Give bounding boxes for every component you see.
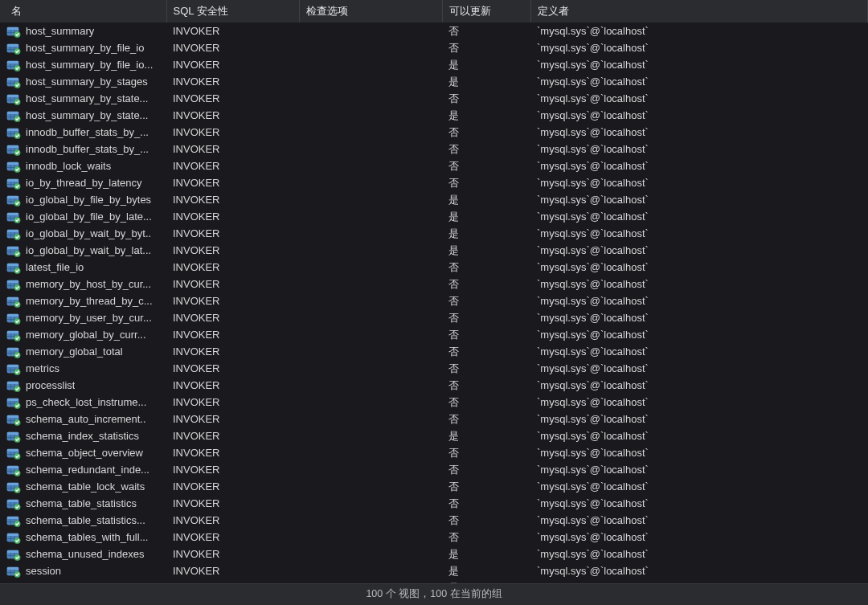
cell-name[interactable]: schema_redundant_inde...: [0, 461, 166, 478]
column-header-name[interactable]: 名: [0, 0, 166, 22]
table-row[interactable]: host_summary_by_state...INVOKER否`mysql.s…: [0, 90, 868, 107]
table-row[interactable]: host_summary_by_state...INVOKER是`mysql.s…: [0, 107, 868, 124]
cell-name[interactable]: io_global_by_file_by_bytes: [0, 191, 166, 208]
cell-name[interactable]: memory_global_by_curr...: [0, 326, 166, 343]
cell-sql-security: INVOKER: [166, 90, 299, 107]
cell-check-option: [299, 292, 442, 309]
view-name-label: host_summary: [26, 25, 94, 37]
cell-sql-security: INVOKER: [166, 461, 299, 478]
cell-name[interactable]: innodb_buffer_stats_by_...: [0, 141, 166, 157]
table-row[interactable]: schema_table_statisticsINVOKER否`mysql.sy…: [0, 495, 868, 512]
table-row[interactable]: io_global_by_file_by_late...INVOKER是`mys…: [0, 208, 868, 225]
cell-name[interactable]: io_global_by_file_by_late...: [0, 208, 166, 225]
table-row[interactable]: schema_object_overviewINVOKER否`mysql.sys…: [0, 444, 868, 461]
cell-name[interactable]: io_by_thread_by_latency: [0, 174, 166, 191]
cell-check-option: [299, 107, 442, 124]
cell-name[interactable]: latest_file_io: [0, 259, 166, 276]
table-row[interactable]: schema_redundant_inde...INVOKER否`mysql.s…: [0, 461, 868, 478]
cell-name[interactable]: host_summary_by_file_io...: [0, 56, 166, 73]
table-row[interactable]: ps_check_lost_instrume...INVOKER否`mysql.…: [0, 394, 868, 411]
svg-rect-103: [7, 314, 18, 317]
cell-name[interactable]: schema_table_statistics...: [0, 512, 166, 529]
cell-name[interactable]: host_summary_by_stages: [0, 73, 166, 90]
cell-name[interactable]: session: [0, 562, 166, 579]
cell-name[interactable]: io_global_by_wait_by_lat...: [0, 242, 166, 259]
cell-name[interactable]: memory_by_user_by_cur...: [0, 309, 166, 326]
table-row[interactable]: memory_global_totalINVOKER否`mysql.sys`@`…: [0, 343, 868, 360]
table-row[interactable]: host_summary_by_file_ioINVOKER否`mysql.sy…: [0, 39, 868, 56]
cell-name[interactable]: innodb_lock_waits: [0, 157, 166, 174]
table-row[interactable]: io_global_by_wait_by_byt..INVOKER是`mysql…: [0, 225, 868, 242]
cell-name[interactable]: schema_tables_with_full...: [0, 529, 166, 546]
cell-definer: `mysql.sys`@`localhost`: [530, 411, 868, 427]
table-row[interactable]: innodb_buffer_stats_by_...INVOKER否`mysql…: [0, 141, 868, 157]
table-row[interactable]: schema_unused_indexesINVOKER是`mysql.sys`…: [0, 546, 868, 562]
view-icon: [6, 497, 21, 510]
view-name-label: metrics: [26, 362, 59, 374]
svg-rect-31: [7, 112, 18, 114]
table-row[interactable]: schema_index_statisticsINVOKER是`mysql.sy…: [0, 427, 868, 444]
table-row[interactable]: memory_by_thread_by_c...INVOKER否`mysql.s…: [0, 292, 868, 309]
table-row[interactable]: innodb_buffer_stats_by_...INVOKER否`mysql…: [0, 124, 868, 141]
table-row[interactable]: metricsINVOKER否`mysql.sys`@`localhost`: [0, 360, 868, 377]
table-row[interactable]: io_global_by_file_by_bytesINVOKER是`mysql…: [0, 191, 868, 208]
view-icon: [6, 261, 21, 274]
cell-name[interactable]: schema_auto_increment..: [0, 411, 166, 427]
cell-name[interactable]: memory_by_thread_by_c...: [0, 292, 166, 309]
cell-definer: `mysql.sys`@`localhost`: [530, 444, 868, 461]
view-icon: [6, 430, 21, 443]
table-row[interactable]: host_summary_by_stagesINVOKER是`mysql.sys…: [0, 73, 868, 90]
table-row[interactable]: schema_table_statistics...INVOKER否`mysql…: [0, 512, 868, 529]
table-row[interactable]: memory_global_by_curr...INVOKER否`mysql.s…: [0, 326, 868, 343]
cell-definer: `mysql.sys`@`localhost`: [530, 242, 868, 259]
column-header-definer[interactable]: 定义者: [530, 0, 868, 22]
cell-name[interactable]: host_summary_by_state...: [0, 107, 166, 124]
table-row[interactable]: schema_table_lock_waitsINVOKER否`mysql.sy…: [0, 478, 868, 495]
cell-name[interactable]: io_global_by_wait_by_byt..: [0, 225, 166, 242]
svg-rect-25: [7, 95, 18, 97]
table-row[interactable]: latest_file_ioINVOKER否`mysql.sys`@`local…: [0, 259, 868, 276]
cell-definer: `mysql.sys`@`localhost`: [530, 157, 868, 174]
column-header-updatable[interactable]: 可以更新: [442, 0, 530, 22]
cell-updatable: 否: [442, 444, 530, 461]
view-name-label: processlist: [26, 379, 75, 391]
cell-name[interactable]: schema_unused_indexes: [0, 546, 166, 562]
cell-check-option: [299, 39, 442, 56]
cell-check-option: [299, 360, 442, 377]
column-header-check-option[interactable]: 检查选项: [299, 0, 442, 22]
cell-name[interactable]: memory_by_host_by_cur...: [0, 276, 166, 292]
table-row[interactable]: host_summary_by_file_io...INVOKER是`mysql…: [0, 56, 868, 73]
cell-sql-security: INVOKER: [166, 529, 299, 546]
table-row[interactable]: schema_auto_increment..INVOKER否`mysql.sy…: [0, 411, 868, 427]
cell-name[interactable]: ps_check_lost_instrume...: [0, 394, 166, 411]
table-row[interactable]: host_summaryINVOKER否`mysql.sys`@`localho…: [0, 22, 868, 39]
cell-name[interactable]: processlist: [0, 377, 166, 394]
cell-name[interactable]: schema_object_overview: [0, 444, 166, 461]
table-row[interactable]: memory_by_user_by_cur...INVOKER否`mysql.s…: [0, 309, 868, 326]
table-row[interactable]: processlistINVOKER否`mysql.sys`@`localhos…: [0, 377, 868, 394]
cell-name[interactable]: schema_index_statistics: [0, 427, 166, 444]
view-icon: [6, 109, 21, 122]
view-name-label: io_global_by_file_by_bytes: [26, 194, 151, 206]
table-row[interactable]: io_by_thread_by_latencyINVOKER否`mysql.sy…: [0, 174, 868, 191]
cell-name[interactable]: schema_table_statistics: [0, 495, 166, 512]
cell-updatable: 否: [442, 478, 530, 495]
cell-sql-security: INVOKER: [166, 73, 299, 90]
table-row[interactable]: sessionINVOKER是`mysql.sys`@`localhost`: [0, 562, 868, 579]
table-row[interactable]: memory_by_host_by_cur...INVOKER否`mysql.s…: [0, 276, 868, 292]
table-row[interactable]: io_global_by_wait_by_lat...INVOKER是`mysq…: [0, 242, 868, 259]
table-row[interactable]: innodb_lock_waitsINVOKER否`mysql.sys`@`lo…: [0, 157, 868, 174]
cell-name[interactable]: schema_table_lock_waits: [0, 478, 166, 495]
cell-name[interactable]: host_summary_by_file_io: [0, 39, 166, 56]
view-name-label: schema_redundant_inde...: [26, 464, 149, 476]
cell-name[interactable]: innodb_buffer_stats_by_...: [0, 124, 166, 141]
cell-sql-security: INVOKER: [166, 124, 299, 141]
column-header-sql-security[interactable]: SQL 安全性: [166, 0, 299, 22]
cell-name[interactable]: host_summary_by_state...: [0, 90, 166, 107]
cell-name[interactable]: host_summary: [0, 22, 166, 39]
table-row[interactable]: schema_tables_with_full...INVOKER否`mysql…: [0, 529, 868, 546]
view-icon: [6, 362, 21, 375]
view-name-label: innodb_buffer_stats_by_...: [26, 126, 149, 138]
cell-name[interactable]: metrics: [0, 360, 166, 377]
cell-name[interactable]: memory_global_total: [0, 343, 166, 360]
